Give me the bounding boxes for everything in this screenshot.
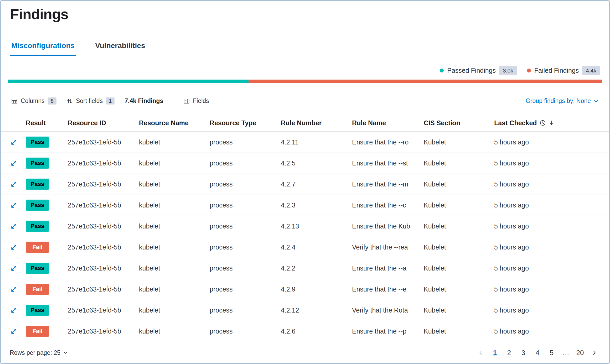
result-badge: Pass [26, 200, 49, 211]
pagination-page[interactable]: 1 [489, 347, 501, 359]
expand-row-button[interactable] [10, 265, 17, 272]
column-header-last-checked[interactable]: Last Checked [494, 119, 600, 127]
expand-row-button[interactable] [10, 139, 17, 146]
cell-rule-name: Ensure that the --c [352, 201, 424, 209]
expand-row-button[interactable] [10, 160, 17, 167]
cell-rule-name: Ensure that the --e [352, 285, 424, 293]
cell-resource-type: process [210, 285, 281, 293]
result-badge: Pass [26, 158, 49, 169]
page-title: Findings [10, 6, 600, 23]
cell-resource-type: process [210, 243, 281, 251]
column-header-rule-number[interactable]: Rule Number [281, 119, 352, 127]
cell-expand [10, 160, 26, 167]
distribution-bar-passed[interactable] [8, 80, 249, 83]
cell-last-checked: 5 hours ago [494, 243, 600, 251]
failed-findings-label: Failed Findings [534, 67, 579, 74]
column-header-cis-section[interactable]: CIS Section [424, 119, 494, 127]
cell-rule-name: Verify that the --rea [352, 243, 424, 251]
table-row: Pass 257e1c63-1efd-5b kubelet process 4.… [1, 216, 609, 237]
pagination-previous-button[interactable] [475, 347, 487, 359]
columns-label: Columns [21, 97, 45, 105]
cell-cis-section: Kubelet [424, 180, 494, 188]
table-row: Pass 257e1c63-1efd-5b kubelet process 4.… [1, 153, 609, 174]
pagination-page[interactable]: 3 [517, 347, 529, 359]
expand-row-button[interactable] [10, 181, 17, 188]
cell-last-checked: 5 hours ago [494, 285, 600, 293]
column-header-resource-id[interactable]: Resource ID [68, 119, 139, 127]
expand-icon [10, 139, 17, 146]
pagination-page[interactable]: 2 [503, 347, 515, 359]
cell-result: Fail [26, 242, 68, 253]
fields-icon [183, 98, 190, 104]
fields-button[interactable]: Fields [183, 97, 209, 105]
rows-per-page-button[interactable]: Rows per page: 25 [10, 349, 68, 356]
cell-resource-type: process [210, 138, 281, 146]
cell-resource-id: 257e1c63-1efd-5b [68, 138, 139, 146]
fields-label: Fields [193, 97, 209, 105]
cell-resource-id: 257e1c63-1efd-5b [68, 180, 139, 188]
expand-row-button[interactable] [10, 286, 17, 293]
cell-expand [10, 244, 26, 251]
cell-last-checked: 5 hours ago [494, 264, 600, 272]
column-header-result[interactable]: Result [26, 119, 68, 127]
result-badge: Pass [26, 263, 49, 274]
cell-resource-type: process [210, 222, 281, 230]
cell-result: Fail [26, 284, 68, 295]
pagination-next-button[interactable] [588, 347, 600, 359]
tab-misconfigurations[interactable]: Misconfigurations [10, 41, 76, 56]
result-badge: Fail [26, 242, 49, 253]
columns-button[interactable]: Columns 8 [11, 97, 56, 105]
sort-icon [66, 98, 73, 104]
expand-row-button[interactable] [10, 202, 17, 209]
distribution-bar [8, 80, 602, 83]
column-header-rule-name[interactable]: Rule Name [352, 119, 424, 127]
cell-cis-section: Kubelet [424, 138, 494, 146]
column-header-resource-type[interactable]: Resource Type [210, 119, 281, 127]
expand-row-button[interactable] [10, 244, 17, 251]
expand-icon [10, 328, 17, 335]
page-header: Findings [1, 1, 609, 23]
expand-row-button[interactable] [10, 307, 17, 314]
cell-cis-section: Kubelet [424, 285, 494, 293]
distribution-bar-failed[interactable] [249, 80, 602, 83]
cell-result: Pass [26, 179, 68, 190]
pagination-page[interactable]: 5 [546, 347, 558, 359]
cell-rule-name: Ensure that the --a [352, 264, 424, 272]
expand-row-button[interactable] [10, 328, 17, 335]
failed-findings-legend: Failed Findings 4.4k [527, 66, 600, 75]
cell-resource-id: 257e1c63-1efd-5b [68, 327, 139, 335]
last-checked-label: Last Checked [494, 119, 537, 127]
cell-rule-number: 4.2.4 [281, 243, 352, 251]
toolbar-divider [173, 97, 173, 105]
sort-fields-button[interactable]: Sort fields 1 [66, 97, 115, 105]
column-header-resource-name[interactable]: Resource Name [139, 119, 210, 127]
cell-rule-name: Ensure that the --ro [352, 138, 424, 146]
chevron-left-icon [478, 350, 484, 356]
pagination-page[interactable]: 4 [531, 347, 544, 359]
cell-last-checked: 5 hours ago [494, 138, 600, 146]
cell-resource-name: kubelet [139, 138, 210, 146]
clock-icon [540, 120, 546, 126]
group-findings-by-button[interactable]: Group findings by: None [526, 97, 599, 105]
pagination-page[interactable]: 20 [574, 347, 586, 359]
table-row: Fail 257e1c63-1efd-5b kubelet process 4.… [1, 279, 609, 300]
cell-rule-name: Verify that the Rota [352, 306, 424, 314]
cell-expand [10, 328, 26, 335]
expand-row-button[interactable] [10, 223, 17, 230]
cell-rule-number: 4.2.9 [281, 285, 352, 293]
cell-cis-section: Kubelet [424, 243, 494, 251]
chevron-right-icon [591, 350, 597, 356]
cell-result: Pass [26, 221, 68, 232]
result-badge: Fail [26, 284, 49, 295]
sort-descending-arrow-icon [549, 120, 555, 126]
cell-expand [10, 265, 26, 272]
cell-resource-type: process [210, 201, 281, 209]
cell-rule-name: Ensure that the Kub [352, 222, 424, 230]
table-header-row: Result Resource ID Resource Name Resourc… [1, 115, 609, 132]
cell-rule-name: Ensure that the --st [352, 159, 424, 167]
table-row: Pass 257e1c63-1efd-5b kubelet process 4.… [1, 132, 609, 153]
tab-vulnerabilities[interactable]: Vulnerabilities [94, 41, 146, 56]
cell-resource-name: kubelet [139, 285, 210, 293]
cell-expand [10, 139, 26, 146]
table-row: Pass 257e1c63-1efd-5b kubelet process 4.… [1, 174, 609, 195]
